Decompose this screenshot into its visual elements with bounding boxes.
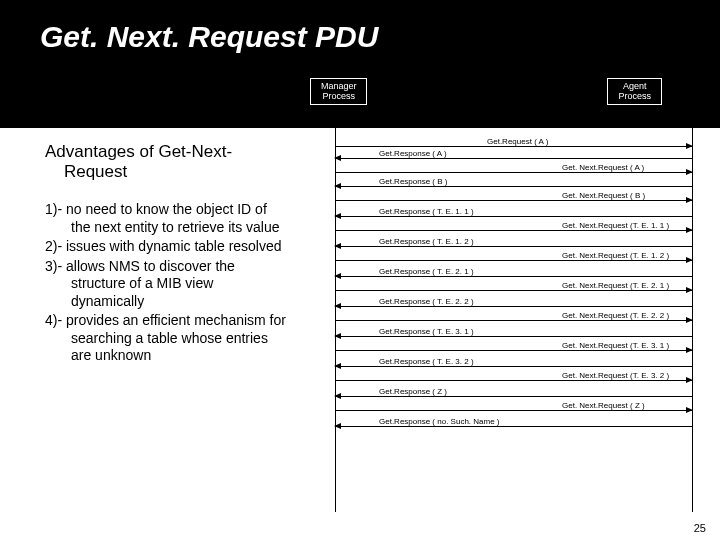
arrow-right-icon <box>686 143 693 149</box>
get-response-arrow: Get.Response ( T. E. 2. 2 ) <box>335 306 692 307</box>
get-next-request-arrow: Get. Next.Request (T. E. 1. 2 ) <box>335 260 692 261</box>
message-label: Get.Response ( T. E. 3. 1 ) <box>377 327 476 336</box>
get-next-request-arrow: Get. Next.Request (T. E. 3. 2 ) <box>335 380 692 381</box>
get-next-request-arrow: Get. Next.Request (T. E. 2. 1 ) <box>335 290 692 291</box>
sequence-diagram: Get.Request ( A )Get.Response ( A )Get. … <box>300 128 720 528</box>
agent-process-box: Agent Process <box>607 78 662 105</box>
message-label: Get. Next.Request (T. E. 3. 2 ) <box>560 371 671 380</box>
arrow-left-icon <box>334 303 341 309</box>
process-labels-row: Manager Process Agent Process <box>40 78 680 105</box>
get-response-arrow: Get.Response ( no. Such. Name ) <box>335 426 692 427</box>
advantage-point: 3)- allows NMS to discover the structure… <box>45 258 290 311</box>
arrow-left-icon <box>334 155 341 161</box>
message-label: Get. Next.Request (T. E. 2. 2 ) <box>560 311 671 320</box>
message-label: Get.Response ( T. E. 1. 2 ) <box>377 237 476 246</box>
message-label: Get.Request ( A ) <box>485 137 550 146</box>
message-label: Get. Next.Request ( Z ) <box>560 401 647 410</box>
message-label: Get.Response ( T. E. 2. 2 ) <box>377 297 476 306</box>
message-label: Get.Response ( A ) <box>377 149 449 158</box>
left-column: Advantages of Get-Next- Request 1)- no n… <box>0 128 300 528</box>
slide: Get. Next. Request PDU Manager Process A… <box>0 0 720 540</box>
arrow-right-icon <box>686 317 693 323</box>
arrow-left-icon <box>334 183 341 189</box>
arrow-left-icon <box>334 273 341 279</box>
arrow-left-icon <box>334 363 341 369</box>
arrow-right-icon <box>686 169 693 175</box>
message-label: Get. Next.Request ( B ) <box>560 191 647 200</box>
message-label: Get.Response ( Z ) <box>377 387 449 396</box>
advantages-list: 1)- no need to know the object ID of the… <box>45 201 290 365</box>
get-response-arrow: Get.Response ( A ) <box>335 158 692 159</box>
get-next-request-arrow: Get. Next.Request (T. E. 2. 2 ) <box>335 320 692 321</box>
arrow-left-icon <box>334 333 341 339</box>
advantage-point: 1)- no need to know the object ID of the… <box>45 201 290 236</box>
message-label: Get. Next.Request (T. E. 1. 2 ) <box>560 251 671 260</box>
get-next-request-arrow: Get. Next.Request (T. E. 1. 1 ) <box>335 230 692 231</box>
page-number: 25 <box>694 522 706 534</box>
get-response-arrow: Get.Response ( T. E. 3. 2 ) <box>335 366 692 367</box>
get-next-request-arrow: Get. Next.Request (T. E. 3. 1 ) <box>335 350 692 351</box>
title-band: Get. Next. Request PDU Manager Process A… <box>0 0 720 128</box>
get-response-arrow: Get.Response ( B ) <box>335 186 692 187</box>
get-response-arrow: Get.Response ( T. E. 1. 2 ) <box>335 246 692 247</box>
message-label: Get.Response ( T. E. 1. 1 ) <box>377 207 476 216</box>
arrow-right-icon <box>686 407 693 413</box>
message-label: Get. Next.Request (T. E. 2. 1 ) <box>560 281 671 290</box>
arrow-right-icon <box>686 377 693 383</box>
get-next-request-arrow: Get. Next.Request ( Z ) <box>335 410 692 411</box>
manager-process-box: Manager Process <box>310 78 368 105</box>
get-response-arrow: Get.Response ( Z ) <box>335 396 692 397</box>
advantage-point: 2)- issues with dynamic table resolved <box>45 238 290 256</box>
message-label: Get.Response ( T. E. 2. 1 ) <box>377 267 476 276</box>
arrow-left-icon <box>334 393 341 399</box>
slide-body: Advantages of Get-Next- Request 1)- no n… <box>0 128 720 528</box>
arrow-right-icon <box>686 257 693 263</box>
message-label: Get. Next.Request (T. E. 1. 1 ) <box>560 221 671 230</box>
advantages-subhead: Advantages of Get-Next- Request <box>45 142 290 181</box>
advantage-point: 4)- provides an efficient mechanism for … <box>45 312 290 365</box>
arrow-right-icon <box>686 347 693 353</box>
message-label: Get.Response ( T. E. 3. 2 ) <box>377 357 476 366</box>
arrow-left-icon <box>334 423 341 429</box>
manager-line1: Manager <box>321 81 357 91</box>
agent-line1: Agent <box>618 81 651 91</box>
arrow-left-icon <box>334 213 341 219</box>
get-next-request-arrow: Get. Next.Request ( B ) <box>335 200 692 201</box>
get-response-arrow: Get.Response ( T. E. 1. 1 ) <box>335 216 692 217</box>
message-area: Get.Request ( A )Get.Response ( A )Get. … <box>300 132 720 512</box>
arrow-right-icon <box>686 227 693 233</box>
arrow-left-icon <box>334 243 341 249</box>
get-request-arrow: Get.Request ( A ) <box>335 146 692 147</box>
manager-line2: Process <box>321 91 357 101</box>
message-label: Get. Next.Request (T. E. 3. 1 ) <box>560 341 671 350</box>
get-response-arrow: Get.Response ( T. E. 3. 1 ) <box>335 336 692 337</box>
get-response-arrow: Get.Response ( T. E. 2. 1 ) <box>335 276 692 277</box>
arrow-right-icon <box>686 287 693 293</box>
get-next-request-arrow: Get. Next.Request ( A ) <box>335 172 692 173</box>
agent-line2: Process <box>618 91 651 101</box>
message-label: Get.Response ( no. Such. Name ) <box>377 417 502 426</box>
message-label: Get.Response ( B ) <box>377 177 449 186</box>
message-label: Get. Next.Request ( A ) <box>560 163 646 172</box>
arrow-right-icon <box>686 197 693 203</box>
slide-title: Get. Next. Request PDU <box>40 20 680 54</box>
